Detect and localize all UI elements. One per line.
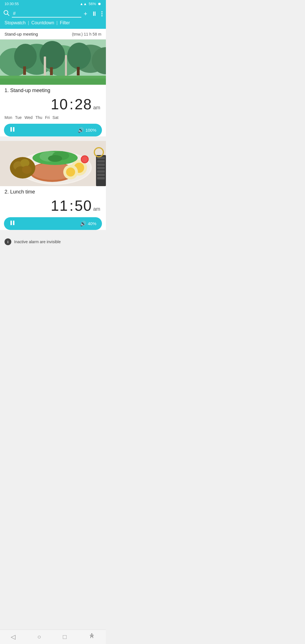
svg-rect-46 [97,174,105,176]
svg-point-8 [14,44,37,69]
record-icon: ⏺ [98,2,101,6]
more-dot-3 [101,15,103,16]
alarm-2-label: 2. Lunch time [0,186,106,196]
signal-icon: ▲▲ [80,2,87,6]
svg-rect-50 [13,221,14,225]
info-message: Inactive alarm are invisible [14,240,61,244]
alarm-2-pause-button[interactable] [10,220,15,227]
tab-countdown[interactable]: Countdown [31,20,54,26]
svg-point-33 [22,166,32,174]
svg-rect-18 [10,127,12,132]
alarm-1-volume: 🔊 100% [78,127,96,133]
alarm-1-days: Mon Tue Wed Thu Fri Sat [0,115,106,123]
status-bar: 10:30:55 ▲▲ 56% ⏺ [0,0,106,8]
more-dot-1 [101,11,103,12]
svg-rect-17 [0,79,106,85]
top-actions: + ⏸ [84,10,103,18]
svg-line-1 [8,14,9,16]
svg-point-37 [48,155,62,162]
alarm-card-1: 1. Stand-up meeting 10 : 28 am Mon Tue W… [0,40,106,136]
day-sat: Sat [53,115,58,120]
add-button[interactable]: + [84,10,87,18]
svg-point-28 [66,167,75,177]
volume-icon-1: 🔊 [78,127,84,133]
nav-sep-2: | [56,20,58,25]
svg-point-9 [40,41,65,69]
info-bar: i Inactive alarm are invisible [0,234,106,249]
search-input[interactable] [12,10,81,18]
alarm-1-label: 1. Stand-up meeting [0,85,106,95]
alarm-1-hours: 10 [51,96,68,113]
battery-text: 56% [89,2,96,6]
svg-rect-47 [97,177,105,179]
notification-time: (tmw.) 11 h 58 m [72,32,101,36]
svg-rect-13 [77,67,80,75]
alarm-2-colon: : [69,197,73,214]
nav-sep-1: | [28,20,29,25]
day-mon: Mon [5,115,12,120]
day-tue: Tue [15,115,22,120]
alarm-2-time-row: 11 : 50 am [0,196,106,216]
alarm-2-image [0,141,106,186]
alarm-card-2: 2. Lunch time 11 : 50 am 🔊 40% [0,141,106,230]
notification-bar: Stand-up meeting (tmw.) 11 h 58 m [0,29,106,40]
day-wed: Wed [25,115,33,120]
svg-rect-43 [97,164,105,166]
nav-tabs: Stopwatch | Countdown | Filter [0,19,106,29]
alarm-2-hours: 11 [51,197,68,214]
alarm-2-volume-text: 40% [88,221,96,226]
status-time: 10:30:55 [5,2,19,6]
more-menu-button[interactable] [101,11,103,16]
svg-rect-49 [10,221,12,225]
svg-rect-15 [65,55,67,76]
day-thu: Thu [35,115,42,120]
alarm-1-volume-text: 100% [86,128,96,132]
more-dot-2 [101,13,103,14]
notification-title: Stand-up meeting [5,32,38,36]
svg-rect-12 [50,67,53,75]
alarm-1-minutes: 28 [75,96,92,113]
alarm-1-pause-button[interactable] [10,127,15,134]
alarm-1-colon: : [69,96,73,113]
tab-filter[interactable]: Filter [60,20,70,26]
search-icon[interactable] [3,10,10,18]
alarm-1-ampm: am [93,105,100,111]
svg-point-39 [82,156,88,162]
alarm-1-time-row: 10 : 28 am [0,95,106,115]
info-icon: i [5,238,11,245]
food-svg [0,141,106,186]
svg-point-31 [20,159,29,167]
svg-point-10 [67,43,91,69]
alarm-2-minutes: 50 [75,197,92,214]
bottom-spacer [0,249,106,266]
alarm-2-volume: 🔊 40% [80,221,96,227]
svg-rect-11 [23,66,26,75]
alarm-2-ampm: am [93,206,100,212]
top-bar: + ⏸ [0,8,106,19]
svg-rect-19 [13,127,14,132]
svg-rect-45 [97,170,105,173]
pause-button[interactable]: ⏸ [91,10,97,18]
alarm-2-control-bar: 🔊 40% [4,217,102,230]
forest-svg [0,40,106,85]
svg-rect-44 [97,167,105,169]
status-icons: ▲▲ 56% ⏺ [80,2,101,6]
day-fri: Fri [45,115,50,120]
alarm-1-control-bar: 🔊 100% [4,124,102,136]
tab-stopwatch[interactable]: Stopwatch [5,20,26,26]
svg-rect-42 [97,160,105,162]
svg-rect-14 [44,56,46,76]
volume-icon-2: 🔊 [80,221,86,227]
alarm-1-image [0,40,106,85]
